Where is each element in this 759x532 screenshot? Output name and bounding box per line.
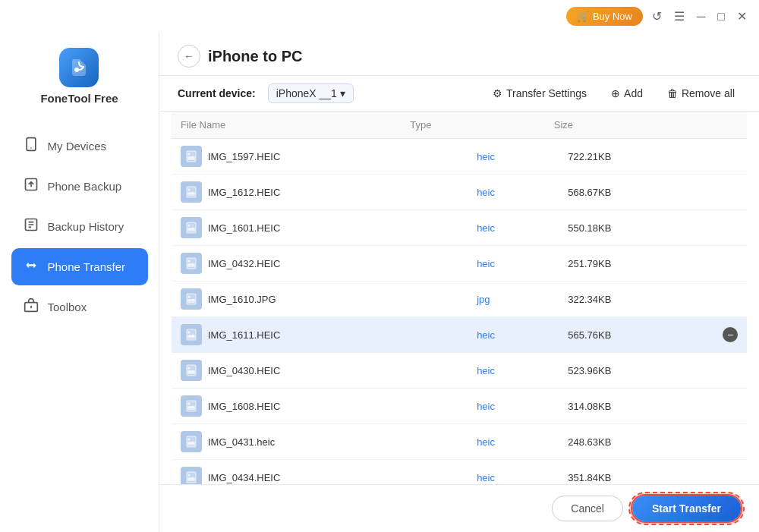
file-action-cell[interactable] bbox=[713, 424, 747, 460]
sidebar-item-phone-backup[interactable]: Phone Backup bbox=[11, 168, 148, 205]
sidebar-item-my-devices[interactable]: My Devices bbox=[11, 127, 148, 165]
col-action bbox=[681, 112, 747, 139]
file-thumbnail bbox=[181, 431, 202, 452]
file-action-cell[interactable] bbox=[713, 460, 747, 485]
file-type-cell: jpg bbox=[468, 282, 559, 317]
file-table-wrap: File Name Type Size bbox=[159, 112, 759, 484]
table-row[interactable]: IMG_0431.heic heic 248.63KB bbox=[172, 424, 747, 460]
cancel-button[interactable]: Cancel bbox=[552, 496, 623, 521]
file-size-cell: 251.79KB bbox=[559, 246, 713, 282]
sidebar-item-label: Phone Transfer bbox=[48, 260, 126, 273]
phone-backup-icon bbox=[24, 177, 39, 196]
file-type-cell: heic bbox=[468, 175, 559, 210]
file-size: 351.84KB bbox=[568, 472, 611, 483]
file-type: heic bbox=[477, 329, 495, 341]
file-name: IMG_0431.heic bbox=[208, 436, 275, 448]
buy-now-button[interactable]: 🛒 Buy Now bbox=[566, 7, 643, 26]
file-action-cell[interactable] bbox=[713, 282, 747, 317]
add-button[interactable]: ⊕ Add bbox=[605, 83, 649, 103]
file-type: heic bbox=[477, 222, 495, 234]
file-size-cell: 351.84KB bbox=[559, 460, 713, 485]
file-thumbnail bbox=[181, 217, 202, 238]
file-name: IMG_1608.HEIC bbox=[208, 401, 280, 412]
table-row[interactable]: IMG_1597.HEIC heic 722.21KB bbox=[172, 139, 747, 175]
logo-area: FoneTool Free bbox=[33, 40, 125, 112]
my-devices-icon bbox=[24, 137, 39, 156]
table-scroll[interactable]: IMG_1597.HEIC heic 722.21KB bbox=[172, 139, 747, 484]
file-type: heic bbox=[477, 151, 495, 162]
back-button[interactable]: ← bbox=[178, 45, 200, 68]
file-type-cell: heic bbox=[468, 210, 559, 246]
file-name-cell: IMG_1610.JPG bbox=[172, 282, 468, 317]
file-size-cell: 722.21KB bbox=[559, 139, 713, 175]
file-action-cell[interactable] bbox=[713, 389, 747, 424]
file-action-cell[interactable] bbox=[713, 175, 747, 210]
file-name-cell: IMG_1608.HEIC bbox=[172, 389, 468, 424]
sidebar-item-label: Backup History bbox=[48, 220, 124, 233]
table-row[interactable]: IMG_1608.HEIC heic 314.08KB bbox=[172, 389, 747, 424]
file-name: IMG_0430.HEIC bbox=[208, 365, 280, 376]
sidebar-item-label: Phone Backup bbox=[48, 180, 122, 193]
file-size: 322.34KB bbox=[568, 294, 611, 305]
file-type-cell: heic bbox=[468, 246, 559, 282]
chevron-down-icon: ▾ bbox=[340, 87, 345, 99]
file-size: 314.08KB bbox=[568, 401, 611, 412]
file-name-cell: IMG_1597.HEIC bbox=[172, 139, 468, 175]
file-action-cell[interactable] bbox=[713, 210, 747, 246]
content-header: ← iPhone to PC bbox=[159, 33, 759, 76]
svg-point-30 bbox=[188, 403, 191, 405]
file-name: IMG_0432.HEIC bbox=[208, 258, 280, 269]
file-action-cell[interactable] bbox=[713, 246, 747, 282]
add-icon: ⊕ bbox=[611, 87, 620, 99]
table-header-row: File Name Type Size bbox=[172, 112, 747, 139]
file-name-cell: IMG_1611.HEIC bbox=[172, 317, 468, 353]
file-name: IMG_1601.HEIC bbox=[208, 222, 280, 234]
file-name-cell: IMG_1601.HEIC bbox=[172, 210, 468, 246]
file-type: heic bbox=[477, 401, 495, 412]
menu-icon[interactable]: ☰ bbox=[671, 6, 688, 27]
backup-history-icon bbox=[24, 217, 39, 236]
table-row[interactable]: IMG_1612.HEIC heic 568.67KB bbox=[172, 175, 747, 210]
start-transfer-button[interactable]: Start Transfer bbox=[632, 496, 741, 521]
remove-button[interactable]: − bbox=[723, 327, 738, 342]
table-row[interactable]: IMG_1610.JPG jpg 322.34KB bbox=[172, 282, 747, 317]
app-body: FoneTool Free My Devices Phone Backup Ba… bbox=[0, 33, 759, 532]
app-logo-icon bbox=[59, 48, 99, 87]
file-size: 251.79KB bbox=[568, 258, 611, 269]
maximize-icon[interactable]: □ bbox=[714, 7, 728, 27]
table-row[interactable]: IMG_0434.HEIC heic 351.84KB bbox=[172, 460, 747, 485]
sidebar-item-phone-transfer[interactable]: Phone Transfer bbox=[11, 248, 148, 285]
file-action-cell[interactable]: − bbox=[713, 317, 747, 353]
file-size: 550.18KB bbox=[568, 222, 611, 234]
file-name-cell: IMG_0430.HEIC bbox=[172, 353, 468, 389]
file-name-cell: IMG_0431.heic bbox=[172, 424, 468, 460]
file-thumbnail bbox=[181, 181, 202, 203]
file-type: heic bbox=[477, 472, 495, 483]
history-icon[interactable]: ↺ bbox=[649, 6, 665, 27]
table-row[interactable]: IMG_0432.HEIC heic 251.79KB bbox=[172, 246, 747, 282]
file-size: 565.76KB bbox=[568, 329, 611, 341]
file-action-cell[interactable] bbox=[713, 139, 747, 175]
sidebar: FoneTool Free My Devices Phone Backup Ba… bbox=[0, 33, 159, 532]
table-row[interactable]: IMG_1611.HEIC heic 565.76KB − bbox=[172, 317, 747, 353]
svg-point-18 bbox=[188, 260, 191, 263]
file-size: 523.96KB bbox=[568, 365, 611, 376]
file-type-cell: heic bbox=[468, 139, 559, 175]
file-thumbnail bbox=[181, 360, 202, 381]
file-name-cell: IMG_0434.HEIC bbox=[172, 460, 468, 485]
file-name-cell: IMG_0432.HEIC bbox=[172, 246, 468, 282]
table-row[interactable]: IMG_0430.HEIC heic 523.96KB bbox=[172, 353, 747, 389]
sidebar-item-toolbox[interactable]: Toolbox bbox=[11, 288, 148, 326]
remove-all-button[interactable]: 🗑 Remove all bbox=[661, 83, 741, 103]
device-selector[interactable]: iPhoneX __1 ▾ bbox=[268, 83, 354, 103]
file-action-cell[interactable] bbox=[713, 353, 747, 389]
file-size-cell: 523.96KB bbox=[559, 353, 713, 389]
close-icon[interactable]: ✕ bbox=[734, 6, 750, 27]
sidebar-item-backup-history[interactable]: Backup History bbox=[11, 208, 148, 245]
file-type: heic bbox=[477, 436, 495, 448]
table-row[interactable]: IMG_1601.HEIC heic 550.18KB bbox=[172, 210, 747, 246]
transfer-settings-button[interactable]: ⚙ Transfer Settings bbox=[487, 83, 593, 103]
file-thumbnail bbox=[181, 288, 202, 310]
file-size-cell: 565.76KB bbox=[559, 317, 713, 353]
minimize-icon[interactable]: ─ bbox=[694, 7, 708, 27]
